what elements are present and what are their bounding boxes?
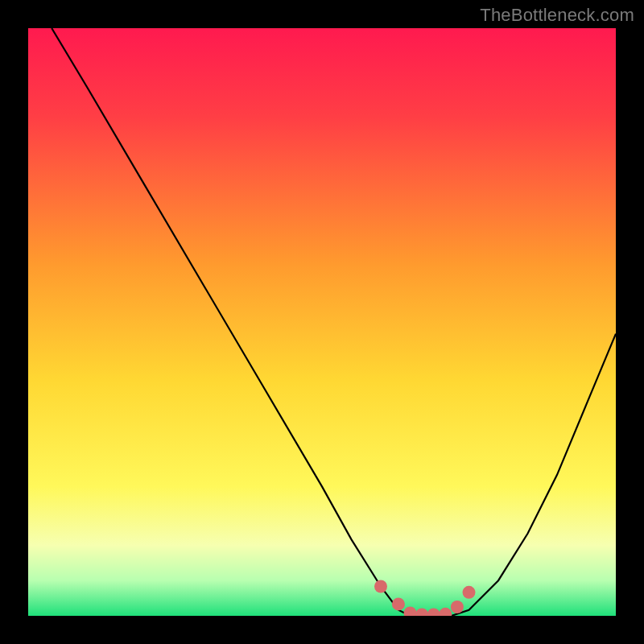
bottleneck-chart	[28, 28, 616, 616]
sweet-spot-dot	[463, 586, 476, 599]
sweet-spot-dot	[374, 580, 387, 593]
plot-area	[28, 28, 616, 616]
gradient-background	[28, 28, 616, 616]
chart-frame: TheBottleneck.com	[0, 0, 644, 644]
sweet-spot-dot	[451, 601, 464, 613]
watermark-text: TheBottleneck.com	[480, 5, 634, 26]
sweet-spot-dot	[392, 597, 405, 610]
